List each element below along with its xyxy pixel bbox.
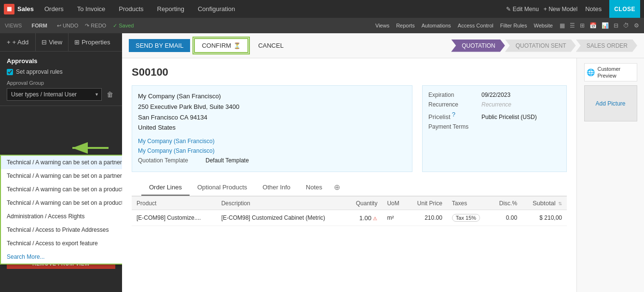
cell-disc[interactable]: 0.00 xyxy=(490,210,522,226)
approval-group-row: User types / Internal User ▼ 🗑 xyxy=(7,88,115,101)
recurrence-label: Recurrence xyxy=(428,101,481,108)
table-icon[interactable]: ⊟ xyxy=(614,22,618,29)
brand-logo[interactable]: ▦ Sales xyxy=(4,4,34,14)
automations-link[interactable]: Automations xyxy=(422,23,451,28)
step-quotation-sent[interactable]: QUOTATION SENT xyxy=(505,40,576,52)
tab-optional-products[interactable]: Optional Products xyxy=(190,180,255,196)
col-quantity: Quantity xyxy=(346,197,382,210)
col-subtotal: Subtotal ⇅ xyxy=(522,197,567,210)
views-link[interactable]: Views xyxy=(375,23,389,28)
top-navigation: ▦ Sales Orders To Invoice Products Repor… xyxy=(0,0,644,18)
search-more-button[interactable]: Search More... xyxy=(1,250,122,264)
recurrence-value[interactable]: Recurrence xyxy=(481,101,511,108)
add-label: + Add xyxy=(13,39,29,46)
list-icon[interactable]: ▦ xyxy=(560,22,565,29)
expiration-label: Expiration xyxy=(428,92,481,98)
form-inner: S00100 My Company (San Francisco) 250 Ex… xyxy=(122,58,576,292)
add-button[interactable]: + + Add xyxy=(0,33,36,52)
set-approval-checkbox[interactable] xyxy=(7,69,13,75)
view-button[interactable]: ⊟ View xyxy=(36,33,69,52)
website-link[interactable]: Website xyxy=(534,23,553,28)
customer-preview-box[interactable]: 🌐 Customer Preview xyxy=(584,63,637,81)
dropdown-item-4[interactable]: Administration / Access Rights xyxy=(1,210,122,223)
cell-product[interactable]: [E-COM98] Customize.... xyxy=(132,210,217,226)
dropdown-item-3[interactable]: Technical / A warning can be set on a pr… xyxy=(1,196,122,210)
close-button[interactable]: CLOSE xyxy=(609,0,640,18)
address-city-state: San Francisco CA 94134 xyxy=(138,113,406,123)
cell-description[interactable]: [E-COM98] Customized Cabinet (Metric) xyxy=(217,210,347,226)
chart-icon[interactable]: 📊 xyxy=(602,22,609,29)
dropdown-item-5[interactable]: Technical / Access to Private Addresses xyxy=(1,223,122,237)
customer-preview-label: Customer Preview xyxy=(598,66,635,80)
globe-icon: 🌐 xyxy=(587,68,595,76)
company-value-3[interactable]: My Company (San Francisco) xyxy=(138,147,215,154)
form-address-block: My Company (San Francisco) 250 Executive… xyxy=(132,85,412,172)
brand-icon: ▦ xyxy=(4,4,14,14)
nav-reporting[interactable]: Reporting xyxy=(154,3,187,14)
nav-orders[interactable]: Orders xyxy=(41,3,67,14)
tab-other-info[interactable]: Other Info xyxy=(255,180,298,196)
nav-products[interactable]: Products xyxy=(116,3,146,14)
confirm-label: CONFIRM xyxy=(202,42,231,49)
tab-order-lines[interactable]: Order Lines xyxy=(141,180,190,196)
reports-link[interactable]: Reports xyxy=(396,23,415,28)
pricelist-tooltip-icon[interactable]: ? xyxy=(452,111,455,118)
approval-group-select-wrap: User types / Internal User ▼ xyxy=(7,88,102,101)
approval-group-dropdown: Technical / A warning can be set on a pa… xyxy=(0,155,122,265)
order-table: Product Description Quantity UoM Unit Pr… xyxy=(132,197,567,226)
dropdown-item-1[interactable]: Technical / A warning can be set on a pa… xyxy=(1,169,122,183)
cell-unit-price[interactable]: 210.00 xyxy=(407,210,447,226)
saved-indicator: ✓ Saved xyxy=(113,23,134,29)
cell-taxes[interactable]: Tax 15% xyxy=(447,210,491,226)
approval-group-select[interactable]: User types / Internal User xyxy=(7,88,102,101)
tax-badge[interactable]: Tax 15% xyxy=(452,214,480,222)
cell-quantity[interactable]: 1.00 ⚠ xyxy=(346,210,382,226)
dropdown-item-0[interactable]: Technical / A warning can be set on a pa… xyxy=(1,156,122,169)
edit-menu-button[interactable]: ✎ Edit Menu xyxy=(506,6,538,13)
redo-button[interactable]: ↷ REDO xyxy=(85,23,106,29)
cell-uom[interactable]: m² xyxy=(382,210,407,226)
clock-icon[interactable]: ⏱ xyxy=(623,22,629,29)
approvals-section: Approvals Set approval rules Approval Gr… xyxy=(0,52,122,106)
form-details-block: Expiration 09/22/2023 Recurrence Recurre… xyxy=(422,85,567,172)
nav-configuration[interactable]: Configuration xyxy=(195,3,238,14)
main-layout: + + Add ⊟ View ⊞ Properties Approvals Se… xyxy=(0,33,644,292)
sort-icon[interactable]: ⇅ xyxy=(558,201,562,206)
undo-button[interactable]: ↩ UNDO xyxy=(57,23,78,29)
set-approval-label: Set approval rules xyxy=(16,68,63,75)
notes-button[interactable]: Notes xyxy=(582,4,604,13)
send-by-email-button[interactable]: SEND BY EMAIL xyxy=(129,39,190,52)
order-number: S00100 xyxy=(132,66,567,79)
filter-rules-link[interactable]: Filter Rules xyxy=(500,23,527,28)
cancel-button[interactable]: CANCEL xyxy=(252,39,289,52)
company-row-2: My Company (San Francisco) xyxy=(138,138,406,145)
kanban-icon[interactable]: ⊞ xyxy=(580,22,585,29)
company-row-3: My Company (San Francisco) xyxy=(138,147,406,154)
add-tab-button[interactable]: ⊕ xyxy=(330,179,344,196)
properties-button[interactable]: ⊞ Properties xyxy=(69,33,116,52)
tab-notes[interactable]: Notes xyxy=(298,180,330,196)
add-picture-label: Add Picture xyxy=(595,100,625,107)
step-quotation[interactable]: QUOTATION xyxy=(451,40,505,52)
undo-redo-group: ↩ UNDO ↷ REDO ✓ Saved xyxy=(57,23,134,29)
nav-to-invoice[interactable]: To Invoice xyxy=(74,3,109,14)
confirm-button[interactable]: CONFIRM ⏳ xyxy=(194,38,248,53)
payment-terms-row: Payment Terms xyxy=(428,123,561,130)
new-model-button[interactable]: + New Model xyxy=(544,6,577,13)
step-sales-order[interactable]: SALES ORDER xyxy=(576,40,637,52)
add-picture-box[interactable]: Add Picture xyxy=(584,85,637,121)
dropdown-item-2[interactable]: Technical / A warning can be set on a pr… xyxy=(1,183,122,196)
calendar-icon[interactable]: 📅 xyxy=(589,22,597,29)
settings-icon[interactable]: ⚙ xyxy=(634,22,639,29)
quotation-template-value: Default Template xyxy=(206,157,249,164)
subtotal-label: Subtotal xyxy=(533,199,556,207)
company-value-2[interactable]: My Company (San Francisco) xyxy=(138,138,215,145)
dropdown-item-6[interactable]: Technical / Access to export feature xyxy=(1,237,122,250)
set-approval-rules-row: Set approval rules xyxy=(7,68,115,75)
access-control-link[interactable]: Access Control xyxy=(458,23,493,28)
tabs-bar: Order Lines Optional Products Other Info… xyxy=(132,179,567,197)
delete-approval-button[interactable]: 🗑 xyxy=(105,91,115,98)
confirm-spinner-icon: ⏳ xyxy=(233,42,241,49)
grid-icon[interactable]: ☰ xyxy=(570,22,575,29)
brand-name: Sales xyxy=(17,5,34,13)
